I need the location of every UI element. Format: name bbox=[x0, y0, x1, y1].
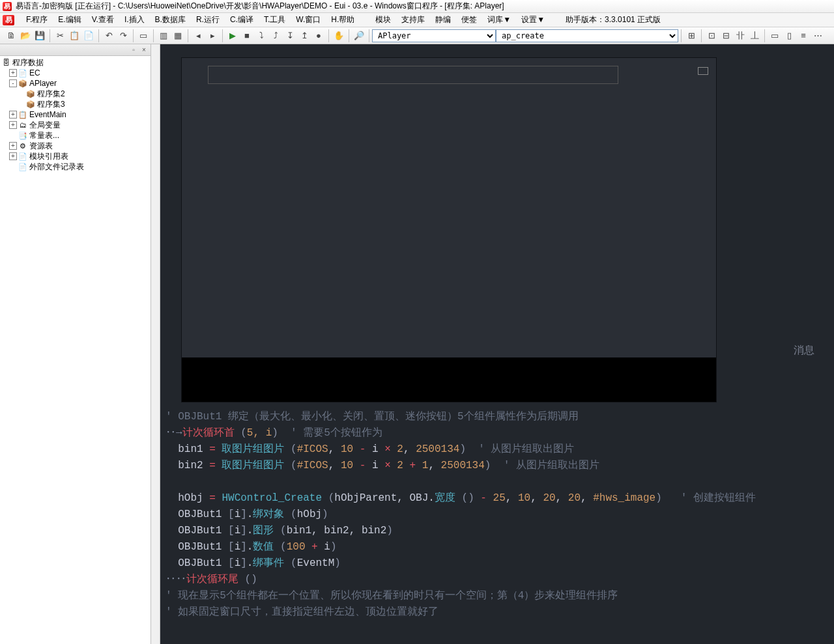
window-mode-icon[interactable] bbox=[698, 67, 708, 75]
title-text: 易语言-加密狗版 [正在运行] - C:\Users\HuoweiNet\One… bbox=[16, 1, 504, 12]
tree-node-label: 常量表... bbox=[29, 130, 59, 141]
tree-root[interactable]: 🗄 程序数据 bbox=[1, 57, 149, 68]
save-icon[interactable]: 💾 bbox=[33, 29, 47, 43]
combo-proc[interactable]: ap_create bbox=[496, 29, 678, 42]
editor: 消息 ' OBJBut1 绑定（最大化、最小化、关闭、置顶、迷你按钮）5个组件属… bbox=[160, 44, 834, 644]
menu-support[interactable]: 支持库 bbox=[396, 13, 430, 27]
menu-dict[interactable]: 词库▼ bbox=[482, 13, 516, 27]
tree-toggle-icon[interactable]: - bbox=[9, 79, 17, 87]
tree-item[interactable]: +📋EventMain bbox=[1, 109, 149, 120]
paste-icon[interactable]: 📄 bbox=[81, 29, 96, 43]
menu-run[interactable]: R.运行 bbox=[191, 13, 225, 27]
tree-item[interactable]: 📄外部文件记录表 bbox=[1, 161, 149, 172]
code-editor[interactable]: ' OBJBut1 绑定（最大化、最小化、关闭、置顶、迷你按钮）5个组件属性作为… bbox=[160, 404, 834, 644]
tree-node-label: 程序集2 bbox=[37, 89, 65, 100]
tree-toggle-icon[interactable]: + bbox=[9, 152, 17, 160]
break-icon[interactable]: ● bbox=[311, 29, 326, 43]
tree-item[interactable]: +🗂全局变量 bbox=[1, 120, 149, 130]
menu-version: 助手版本：3.3.0101 正式版 bbox=[560, 13, 666, 27]
find-icon[interactable]: 🔎 bbox=[352, 29, 366, 43]
tree-node-label: 资源表 bbox=[29, 141, 53, 152]
tree-node-label: 模块引用表 bbox=[29, 151, 68, 162]
player-control-bar bbox=[182, 357, 716, 402]
menu-notes[interactable]: 便签 bbox=[456, 13, 482, 27]
tree-node-label: 外部文件记录表 bbox=[29, 161, 84, 173]
tree-item[interactable]: +⚙资源表 bbox=[1, 141, 149, 151]
tree-node-icon: 📄 bbox=[18, 152, 27, 161]
tree-item[interactable]: 📑常量表... bbox=[1, 130, 149, 141]
tool-e-icon[interactable]: 丄 bbox=[747, 29, 762, 43]
pin-icon[interactable]: ▫ bbox=[130, 46, 137, 54]
redo-icon[interactable]: ↷ bbox=[116, 29, 130, 43]
close-icon[interactable]: × bbox=[140, 46, 148, 54]
titlebar: 易 易语言-加密狗版 [正在运行] - C:\Users\HuoweiNet\O… bbox=[0, 0, 834, 13]
tool-h-icon[interactable]: ≡ bbox=[796, 29, 811, 43]
step1-icon[interactable]: ⤵ bbox=[254, 29, 268, 43]
hand-icon[interactable]: ✋ bbox=[332, 29, 346, 43]
step4-icon[interactable]: ↥ bbox=[297, 29, 311, 43]
tree-node-label: 程序集3 bbox=[37, 99, 65, 110]
layout2-icon[interactable]: ▦ bbox=[171, 29, 185, 43]
tool-g-icon[interactable]: ▯ bbox=[782, 29, 796, 43]
menu-insert[interactable]: I.插入 bbox=[119, 13, 150, 27]
menu-window[interactable]: W.窗口 bbox=[291, 13, 326, 27]
tree-item[interactable]: 📦程序集3 bbox=[1, 99, 149, 109]
run-icon[interactable]: ▶ bbox=[225, 29, 240, 43]
menu-help[interactable]: H.帮助 bbox=[326, 13, 360, 27]
tree-toggle-icon[interactable]: + bbox=[9, 111, 17, 119]
tree-node-icon: 📄 bbox=[18, 68, 27, 77]
logo-icon: 易 bbox=[3, 15, 14, 25]
menu-compile[interactable]: C.编译 bbox=[225, 13, 259, 27]
splitter[interactable] bbox=[151, 44, 160, 644]
tool-d-icon[interactable]: 卝 bbox=[733, 29, 747, 43]
menu-module[interactable]: 模块 bbox=[370, 13, 396, 27]
menu-tools[interactable]: T.工具 bbox=[259, 13, 291, 27]
player-window[interactable] bbox=[181, 57, 717, 402]
window-icon[interactable]: ▭ bbox=[136, 29, 151, 43]
tool-f-icon[interactable]: ▭ bbox=[768, 29, 782, 43]
tree-item[interactable]: 📦程序集2 bbox=[1, 89, 149, 99]
menu-settings[interactable]: 设置▼ bbox=[516, 13, 550, 27]
tree-item[interactable]: +📄模块引用表 bbox=[1, 151, 149, 161]
undo-icon[interactable]: ↶ bbox=[102, 29, 116, 43]
tree-toggle-icon[interactable]: + bbox=[9, 142, 17, 150]
combo-module[interactable]: APlayer bbox=[372, 29, 496, 42]
menu-static[interactable]: 静编 bbox=[430, 13, 456, 27]
copy-icon[interactable]: 📋 bbox=[67, 29, 81, 43]
tool-a-icon[interactable]: ⊞ bbox=[684, 29, 698, 43]
tool-i-icon[interactable]: ⋯ bbox=[811, 29, 825, 43]
next-icon[interactable]: ▸ bbox=[205, 29, 220, 43]
tree-node-icon: 📦 bbox=[26, 100, 35, 109]
tree-node-icon: 🗂 bbox=[18, 120, 27, 130]
tree-node-label: APlayer bbox=[29, 79, 57, 88]
app-icon: 易 bbox=[3, 2, 12, 11]
open-icon[interactable]: 📂 bbox=[18, 29, 33, 43]
tree-item[interactable]: +📄EC bbox=[1, 68, 149, 78]
tree-node-label: EC bbox=[29, 68, 40, 77]
cut-icon[interactable]: ✂ bbox=[53, 29, 67, 43]
menubar: 易 F.程序 E.编辑 V.查看 I.插入 B.数据库 R.运行 C.编译 T.… bbox=[0, 13, 834, 27]
tool-b-icon[interactable]: ⊡ bbox=[704, 29, 719, 43]
new-icon[interactable]: 🗎 bbox=[4, 29, 18, 43]
step2-icon[interactable]: ⤴ bbox=[268, 29, 283, 43]
menu-db[interactable]: B.数据库 bbox=[150, 13, 191, 27]
menu-view[interactable]: V.查看 bbox=[87, 13, 119, 27]
tree-toggle-icon[interactable]: + bbox=[9, 121, 17, 129]
player-region: 消息 bbox=[160, 44, 834, 404]
tree-root-label: 程序数据 bbox=[12, 57, 44, 68]
tree-node-label: 全局变量 bbox=[29, 120, 61, 131]
tree-toggle-icon[interactable]: + bbox=[9, 69, 17, 77]
tree-node-label: EventMain bbox=[29, 110, 66, 119]
tree-item[interactable]: -📦APlayer bbox=[1, 78, 149, 89]
tree-node-icon: 📋 bbox=[18, 110, 27, 119]
menu-file[interactable]: F.程序 bbox=[21, 13, 53, 27]
tree[interactable]: 🗄 程序数据 +📄EC-📦APlayer📦程序集2📦程序集3+📋EventMai… bbox=[0, 56, 151, 644]
menu-edit[interactable]: E.编辑 bbox=[53, 13, 86, 27]
layout1-icon[interactable]: ▥ bbox=[156, 29, 171, 43]
player-title-input[interactable] bbox=[208, 66, 618, 84]
step3-icon[interactable]: ↧ bbox=[283, 29, 297, 43]
sidebar: ▫ × 🗄 程序数据 +📄EC-📦APlayer📦程序集2📦程序集3+📋Even… bbox=[0, 44, 151, 644]
stop-icon[interactable]: ■ bbox=[240, 29, 254, 43]
tool-c-icon[interactable]: ⊟ bbox=[719, 29, 733, 43]
prev-icon[interactable]: ◂ bbox=[191, 29, 205, 43]
